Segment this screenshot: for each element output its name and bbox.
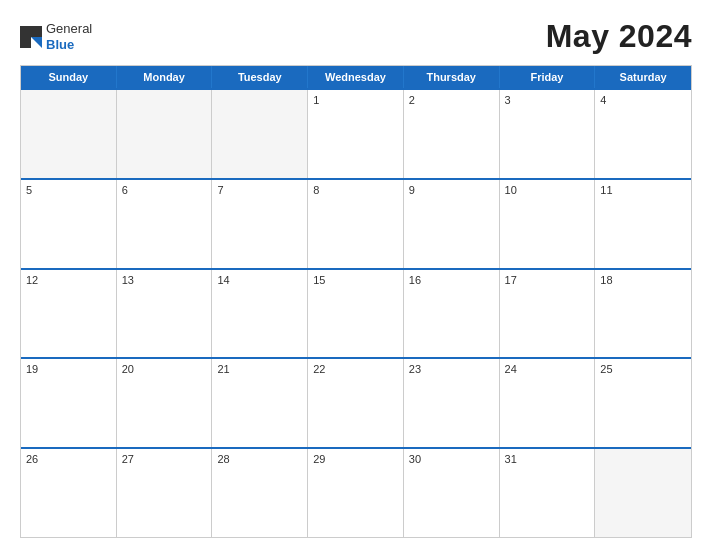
day-cell: 2 xyxy=(404,90,500,178)
day-number: 1 xyxy=(313,94,398,106)
day-number: 8 xyxy=(313,184,398,196)
day-cell: 24 xyxy=(500,359,596,447)
day-number: 17 xyxy=(505,274,590,286)
day-number: 23 xyxy=(409,363,494,375)
day-number: 30 xyxy=(409,453,494,465)
day-number: 10 xyxy=(505,184,590,196)
day-cell: 20 xyxy=(117,359,213,447)
day-cell: 16 xyxy=(404,270,500,358)
week-row-1: 1234 xyxy=(21,88,691,178)
day-number: 9 xyxy=(409,184,494,196)
logo: GeneralBlue xyxy=(20,21,92,52)
svg-marker-3 xyxy=(31,37,42,48)
day-header-wednesday: Wednesday xyxy=(308,66,404,88)
month-title: May 2024 xyxy=(546,18,692,55)
day-number: 24 xyxy=(505,363,590,375)
day-number: 27 xyxy=(122,453,207,465)
day-cell: 30 xyxy=(404,449,500,537)
day-header-monday: Monday xyxy=(117,66,213,88)
weeks: 1234567891011121314151617181920212223242… xyxy=(21,88,691,537)
week-row-4: 19202122232425 xyxy=(21,357,691,447)
day-cell: 9 xyxy=(404,180,500,268)
day-number: 25 xyxy=(600,363,686,375)
day-number: 16 xyxy=(409,274,494,286)
day-cell: 6 xyxy=(117,180,213,268)
day-number: 29 xyxy=(313,453,398,465)
day-number: 28 xyxy=(217,453,302,465)
day-number: 6 xyxy=(122,184,207,196)
day-cell: 13 xyxy=(117,270,213,358)
day-number: 22 xyxy=(313,363,398,375)
day-cell: 14 xyxy=(212,270,308,358)
calendar-page: GeneralBlue May 2024 SundayMondayTuesday… xyxy=(0,0,712,550)
day-number: 3 xyxy=(505,94,590,106)
day-header-sunday: Sunday xyxy=(21,66,117,88)
logo-text: GeneralBlue xyxy=(46,21,92,52)
day-cell: 25 xyxy=(595,359,691,447)
day-cell: 29 xyxy=(308,449,404,537)
header: GeneralBlue May 2024 xyxy=(20,18,692,55)
day-number: 31 xyxy=(505,453,590,465)
day-cell: 3 xyxy=(500,90,596,178)
day-header-thursday: Thursday xyxy=(404,66,500,88)
svg-rect-2 xyxy=(20,37,31,48)
day-cell: 22 xyxy=(308,359,404,447)
day-cell xyxy=(21,90,117,178)
logo-icon xyxy=(20,26,42,48)
day-number: 20 xyxy=(122,363,207,375)
day-number: 13 xyxy=(122,274,207,286)
day-number: 21 xyxy=(217,363,302,375)
day-number: 11 xyxy=(600,184,686,196)
day-number: 15 xyxy=(313,274,398,286)
day-cell: 18 xyxy=(595,270,691,358)
day-cell: 21 xyxy=(212,359,308,447)
day-header-saturday: Saturday xyxy=(595,66,691,88)
day-number: 19 xyxy=(26,363,111,375)
svg-rect-0 xyxy=(20,26,31,37)
week-row-2: 567891011 xyxy=(21,178,691,268)
day-cell: 31 xyxy=(500,449,596,537)
day-number: 18 xyxy=(600,274,686,286)
day-cell xyxy=(117,90,213,178)
day-headers: SundayMondayTuesdayWednesdayThursdayFrid… xyxy=(21,66,691,88)
day-number: 2 xyxy=(409,94,494,106)
day-cell: 27 xyxy=(117,449,213,537)
week-row-3: 12131415161718 xyxy=(21,268,691,358)
day-cell: 26 xyxy=(21,449,117,537)
day-cell: 8 xyxy=(308,180,404,268)
day-cell: 23 xyxy=(404,359,500,447)
day-number: 5 xyxy=(26,184,111,196)
day-cell: 19 xyxy=(21,359,117,447)
week-row-5: 262728293031 xyxy=(21,447,691,537)
day-cell: 11 xyxy=(595,180,691,268)
day-cell: 12 xyxy=(21,270,117,358)
day-cell: 15 xyxy=(308,270,404,358)
day-cell xyxy=(212,90,308,178)
day-cell: 10 xyxy=(500,180,596,268)
day-cell: 28 xyxy=(212,449,308,537)
day-cell: 7 xyxy=(212,180,308,268)
svg-rect-1 xyxy=(31,26,42,37)
day-header-tuesday: Tuesday xyxy=(212,66,308,88)
day-number: 4 xyxy=(600,94,686,106)
day-number: 12 xyxy=(26,274,111,286)
day-number: 7 xyxy=(217,184,302,196)
day-header-friday: Friday xyxy=(500,66,596,88)
day-cell: 4 xyxy=(595,90,691,178)
day-number: 14 xyxy=(217,274,302,286)
day-number: 26 xyxy=(26,453,111,465)
day-cell: 5 xyxy=(21,180,117,268)
day-cell: 1 xyxy=(308,90,404,178)
calendar: SundayMondayTuesdayWednesdayThursdayFrid… xyxy=(20,65,692,538)
day-cell: 17 xyxy=(500,270,596,358)
day-cell xyxy=(595,449,691,537)
